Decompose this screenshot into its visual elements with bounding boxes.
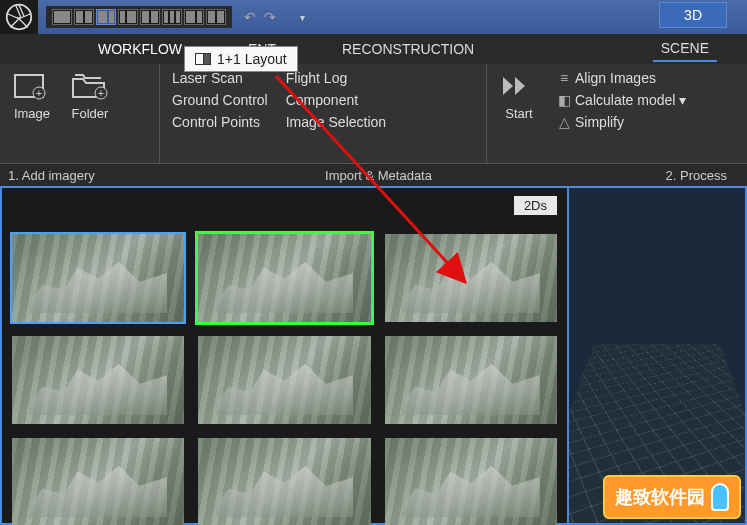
thumbnail-item[interactable] <box>385 234 557 322</box>
layout-tooltip-text: 1+1 Layout <box>217 51 287 67</box>
play-forward-icon <box>499 70 539 102</box>
laser-scan-link[interactable]: Laser Scan <box>172 70 268 86</box>
layout-single-icon[interactable] <box>52 9 72 25</box>
tab-workflow[interactable]: WORKFLOW <box>90 37 190 61</box>
image-plus-icon: + <box>12 70 52 102</box>
undo-redo-group: ↶ ↷ <box>244 9 276 25</box>
component-link[interactable]: Component <box>286 92 386 108</box>
layout-grid-icon[interactable] <box>206 9 226 25</box>
add-folder-label: Folder <box>72 106 109 121</box>
main-tabs: WORKFLOW ENT RECONSTRUCTION SCENE <box>0 34 747 64</box>
section-add-imagery: 1. Add imagery <box>0 168 160 183</box>
thumbnail-item[interactable] <box>198 234 370 322</box>
control-points-link[interactable]: Control Points <box>172 114 268 130</box>
thumbnail-item[interactable] <box>385 438 557 525</box>
add-image-button[interactable]: + Image <box>12 70 52 121</box>
cube-icon: ◧ <box>557 92 571 108</box>
undo-icon[interactable]: ↶ <box>244 9 256 25</box>
layout-left-stack-icon[interactable] <box>118 9 138 25</box>
align-icon: ≡ <box>557 70 571 86</box>
thumbnail-item[interactable] <box>198 438 370 525</box>
tab-scene[interactable]: SCENE <box>653 36 717 62</box>
layout-tooltip: 1+1 Layout <box>184 46 298 72</box>
thumbnail-item[interactable] <box>12 234 184 322</box>
tab-reconstruction[interactable]: RECONSTRUCTION <box>334 37 482 61</box>
add-folder-button[interactable]: + Folder <box>70 70 110 121</box>
svg-text:+: + <box>36 88 42 99</box>
3d-button[interactable]: 3D <box>659 2 727 28</box>
layout-1plus1-icon[interactable] <box>96 9 116 25</box>
thumbnail-item[interactable] <box>198 336 370 424</box>
aperture-icon <box>5 3 33 31</box>
image-gallery-panel: 2Ds <box>0 186 567 525</box>
layout-3col-icon[interactable] <box>162 9 182 25</box>
watermark-text: 趣致软件园 <box>615 485 705 509</box>
thumbnail-item[interactable] <box>385 336 557 424</box>
thumbnail-grid <box>12 234 557 525</box>
ribbon: + Image + Folder Laser Scan Ground Contr… <box>0 64 747 164</box>
app-logo <box>0 0 38 34</box>
folder-plus-icon: + <box>70 70 110 102</box>
ground-control-link[interactable]: Ground Control <box>172 92 268 108</box>
image-selection-link[interactable]: Image Selection <box>286 114 386 130</box>
section-import-metadata: Import & Metadata <box>160 168 597 183</box>
title-bar: ↶ ↷ ▾ 3D <box>0 0 747 34</box>
svg-text:+: + <box>98 88 104 99</box>
chevron-down-icon[interactable]: ▾ <box>300 12 305 23</box>
simplify-link[interactable]: △Simplify <box>557 114 686 130</box>
calculate-model-link[interactable]: ◧Calculate model ▾ <box>557 92 686 108</box>
svg-point-0 <box>7 5 32 30</box>
2ds-badge[interactable]: 2Ds <box>514 196 557 215</box>
section-process: 2. Process <box>597 168 747 183</box>
thumbnail-item[interactable] <box>12 336 184 424</box>
redo-icon[interactable]: ↷ <box>264 9 276 25</box>
start-label: Start <box>505 106 532 121</box>
layout-2col-icon[interactable] <box>74 9 94 25</box>
ribbon-section-labels: 1. Add imagery Import & Metadata 2. Proc… <box>0 164 747 186</box>
layout-tooltip-icon <box>195 53 211 65</box>
watermark-icon <box>711 483 729 511</box>
layout-1plus2-icon[interactable] <box>184 9 204 25</box>
start-button[interactable]: Start <box>499 70 539 121</box>
layout-switcher <box>46 6 232 28</box>
watermark-badge: 趣致软件园 <box>603 475 741 519</box>
align-images-link[interactable]: ≡Align Images <box>557 70 686 86</box>
triangle-icon: △ <box>557 114 571 130</box>
add-image-label: Image <box>14 106 50 121</box>
layout-2x1-icon[interactable] <box>140 9 160 25</box>
flight-log-link[interactable]: Flight Log <box>286 70 386 86</box>
thumbnail-item[interactable] <box>12 438 184 525</box>
